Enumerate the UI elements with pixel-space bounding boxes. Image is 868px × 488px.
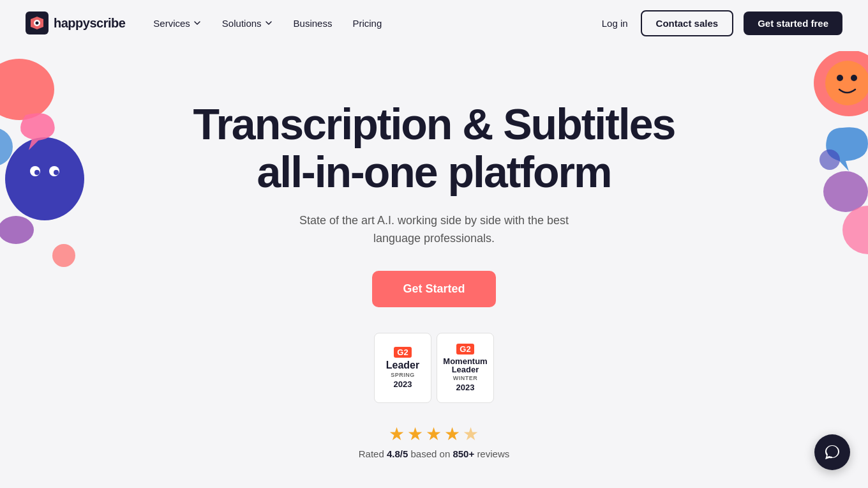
get-started-nav-button[interactable]: Get started free (744, 11, 842, 35)
star-rating: ★ ★ ★ ★ ★ (389, 423, 479, 445)
chat-button[interactable] (814, 434, 850, 470)
navbar: happyscribe Services Solutions Business … (0, 0, 868, 46)
hero-title: Transcription & Subtitles all-in-one pla… (193, 100, 675, 196)
rating-score: 4.8/5 (387, 448, 408, 459)
nav-left: happyscribe Services Solutions Business … (26, 11, 389, 34)
badges-container: G2 Leader SPRING 2023 G2 MomentumLeader … (374, 333, 494, 403)
nav-solutions[interactable]: Solutions (214, 13, 281, 34)
rating-container: ★ ★ ★ ★ ★ Rated 4.8/5 based on 850+ revi… (359, 423, 509, 459)
badge-momentum-leader: G2 MomentumLeader WINTER 2023 (437, 333, 494, 403)
chat-icon (824, 444, 841, 461)
login-link[interactable]: Log in (599, 13, 631, 34)
hero-subtitle: State of the art A.I. working side by si… (274, 211, 594, 248)
logo[interactable]: happyscribe (26, 11, 125, 34)
star-2: ★ (407, 423, 423, 445)
svg-point-2 (36, 22, 39, 25)
nav-pricing[interactable]: Pricing (345, 13, 389, 34)
nav-business[interactable]: Business (286, 13, 340, 34)
rating-text: Rated 4.8/5 based on 850+ reviews (359, 448, 509, 459)
hero-section: Transcription & Subtitles all-in-one pla… (0, 46, 868, 488)
star-1: ★ (389, 423, 405, 445)
g2-logo-momentum: G2 (456, 344, 474, 355)
star-4: ★ (444, 423, 460, 445)
rating-count: 850+ (453, 448, 474, 459)
contact-sales-button[interactable]: Contact sales (641, 10, 734, 36)
nav-services[interactable]: Services (146, 13, 209, 34)
services-chevron-icon (193, 19, 202, 27)
g2-logo-leader: G2 (394, 347, 411, 358)
get-started-hero-button[interactable]: Get Started (372, 271, 495, 307)
nav-links: Services Solutions Business Pricing (146, 13, 389, 34)
brand-name: happyscribe (54, 16, 125, 31)
solutions-chevron-icon (264, 19, 273, 27)
badge-leader: G2 Leader SPRING 2023 (374, 333, 431, 403)
star-3: ★ (426, 423, 442, 445)
logo-icon (26, 11, 49, 34)
star-5-half: ★ (463, 423, 479, 445)
nav-right: Log in Contact sales Get started free (599, 10, 842, 36)
